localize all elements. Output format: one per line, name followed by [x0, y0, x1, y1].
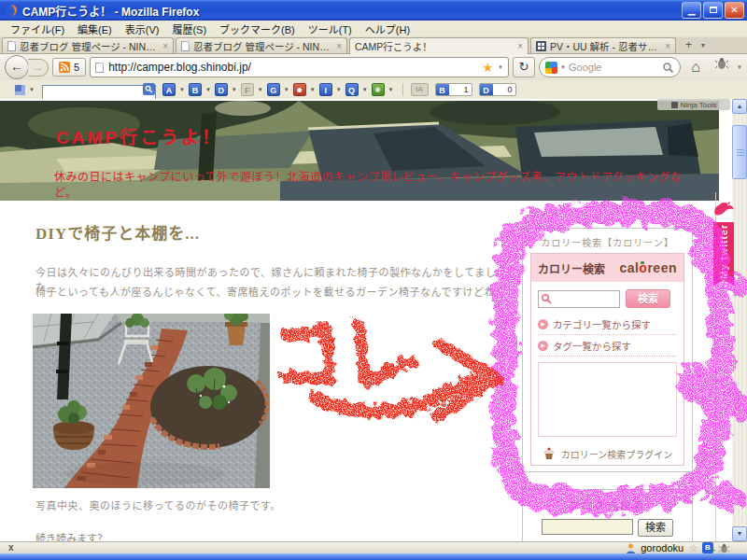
caloreen-logo[interactable]: caloreen: [619, 260, 677, 275]
category-list-link[interactable]: ▶ カテゴリ一覧から探す: [538, 314, 677, 335]
tab-close-icon[interactable]: ×: [336, 41, 342, 51]
rank-button-f[interactable]: F: [241, 83, 254, 96]
post-title[interactable]: DIYで椅子と本棚を...: [35, 220, 200, 244]
dropdown-icon[interactable]: ▼: [310, 87, 316, 92]
rank-button-g[interactable]: G: [267, 83, 280, 96]
toolbar-overflow-icon[interactable]: ▼: [737, 64, 742, 70]
b-plus-badge[interactable]: B: [702, 542, 713, 553]
caloreen-plugin-link[interactable]: カロリーン検索プラグイン: [531, 446, 684, 461]
tab-ninja-admin-2[interactable]: 忍者ブログ 管理ページ - NINJA TOOLS ×: [176, 37, 347, 53]
restore-button[interactable]: [703, 2, 723, 19]
ninja-tools-icon[interactable]: [15, 85, 25, 95]
menu-edit[interactable]: 編集(E): [71, 21, 119, 37]
separator: [402, 83, 403, 96]
tab-ninja-admin-1[interactable]: 忍者ブログ 管理ページ - NINJA TOOLS ×: [2, 37, 174, 53]
menu-tools[interactable]: ツール(T): [302, 21, 359, 37]
rank-button-q[interactable]: Q: [345, 83, 359, 96]
tab-pvuu-analytics[interactable]: PV・UU 解析 - 忍者サイトマスター ×: [530, 37, 676, 53]
menu-bookmarks[interactable]: ブックマーク(B): [213, 21, 302, 37]
reload-button[interactable]: ↻: [513, 57, 535, 77]
search-icon[interactable]: [662, 62, 674, 74]
cupcake-icon: [543, 446, 556, 461]
tab-close-icon[interactable]: ×: [162, 41, 168, 51]
blog-search-button[interactable]: 検索: [638, 519, 673, 537]
blog-search-box: ブログ内検索 検索: [522, 489, 693, 541]
dropdown-icon[interactable]: ▼: [388, 87, 394, 92]
toolbar-search-input[interactable]: [42, 85, 156, 100]
caloreen-search-field[interactable]: [538, 290, 620, 308]
dropdown-icon[interactable]: ▼: [29, 87, 35, 92]
rank-button-d[interactable]: D: [215, 83, 228, 96]
bug-icon[interactable]: [718, 543, 730, 553]
counter-d-button[interactable]: D 0: [479, 83, 516, 96]
rank-button-b[interactable]: B: [189, 83, 202, 96]
counter-ta-button[interactable]: tA: [411, 83, 429, 96]
blog-search-input[interactable]: [542, 519, 633, 535]
scrollbar-thumb[interactable]: [732, 125, 747, 179]
vertical-scrollbar[interactable]: ▲ ▼: [732, 99, 747, 541]
username-label[interactable]: gorodoku: [641, 542, 684, 553]
blog-search-row: 検索: [523, 519, 692, 537]
dropdown-icon[interactable]: ▼: [205, 87, 211, 92]
caloreen-widget: カロリー検索 caloreen 検索 ▶ カテゴリ一覧から探す ▶: [530, 253, 684, 466]
star-outline-icon[interactable]: ☆: [688, 543, 698, 553]
back-button[interactable]: ←: [5, 55, 29, 79]
urlbar-dropdown-icon[interactable]: ▼: [498, 64, 503, 70]
site-identity-icon[interactable]: [95, 63, 104, 73]
scroll-down-button[interactable]: ▼: [732, 526, 747, 541]
counter-b-button[interactable]: B 1: [435, 83, 472, 96]
rss-feed-button[interactable]: 5: [52, 58, 86, 77]
close-button[interactable]: ✕: [725, 2, 744, 19]
twitter-bird-icon: [712, 200, 735, 218]
read-more-link[interactable]: 続き読みます？: [35, 530, 107, 541]
caloreen-search-button[interactable]: 検索: [626, 289, 670, 308]
new-tab-button[interactable]: +: [681, 38, 697, 52]
search-input[interactable]: [569, 62, 659, 73]
toolbar-search-icon[interactable]: [143, 83, 155, 95]
forward-button[interactable]: →: [28, 59, 49, 77]
addon-bar-close-button[interactable]: x: [8, 543, 14, 553]
rank-button-green[interactable]: ❋: [372, 83, 385, 96]
tab-close-icon[interactable]: ×: [665, 41, 670, 51]
toolbar-search-field[interactable]: [42, 82, 156, 97]
search-bar[interactable]: ▼: [539, 57, 681, 77]
bookmark-star-icon[interactable]: ★: [482, 61, 493, 75]
scroll-up-button[interactable]: ▲: [732, 99, 747, 114]
face-button[interactable]: ☻: [293, 83, 306, 96]
tab-bar: 忍者ブログ 管理ページ - NINJA TOOLS × 忍者ブログ 管理ページ …: [0, 37, 747, 54]
dropdown-icon[interactable]: ▼: [232, 87, 237, 92]
rank-button-a[interactable]: A: [162, 83, 176, 96]
address-bar[interactable]: ★ ▼: [90, 57, 509, 77]
blog-title[interactable]: CAMP行こうよ！: [56, 123, 222, 148]
minimize-button[interactable]: ▁: [682, 2, 701, 19]
ninja-tools-badge[interactable]: Ninja Tools: [657, 99, 730, 110]
tab-camp-blog-active[interactable]: CAMP行こうよ！ ×: [349, 37, 529, 54]
tab-close-icon[interactable]: ×: [517, 41, 523, 51]
menu-view[interactable]: 表示(V): [119, 21, 166, 37]
dropdown-icon[interactable]: ▼: [258, 87, 263, 92]
menu-history[interactable]: 履歴(S): [165, 21, 213, 37]
home-button[interactable]: ⌂: [684, 57, 707, 77]
menu-help[interactable]: ヘルプ(H): [359, 21, 416, 37]
dropdown-icon[interactable]: ▼: [336, 87, 342, 92]
search-icon: [541, 293, 553, 305]
calorie-search-box: カロリー検索【カロリーン】 カロリー検索 caloreen 検索 ▶ カテゴリ一…: [522, 228, 693, 472]
dropdown-icon[interactable]: ▼: [362, 87, 368, 92]
menu-file[interactable]: ファイル(F): [4, 21, 71, 37]
rank-button-i[interactable]: I: [319, 83, 332, 96]
firebug-button[interactable]: [711, 57, 733, 77]
my-twitter-label: My twitter: [713, 222, 734, 280]
tag-list-link[interactable]: ▶ タグ一覧から探す: [538, 335, 677, 357]
url-input[interactable]: [108, 61, 477, 74]
google-icon[interactable]: [545, 62, 557, 74]
tab-list-dropdown-icon[interactable]: ▼: [698, 38, 709, 52]
menubar: ファイル(F) 編集(E) 表示(V) 履歴(S) ブックマーク(B) ツール(…: [0, 21, 747, 37]
page-icon: [7, 41, 16, 51]
search-engine-dropdown-icon[interactable]: ▼: [560, 64, 566, 70]
user-icon: [626, 543, 636, 553]
dropdown-icon[interactable]: ▼: [179, 87, 185, 92]
browser-viewport: CAMP行こうよ！ 休みの日にはキャンプにいって外で遊ぼう！北海道のキャンプ場レ…: [0, 99, 747, 541]
dropdown-icon[interactable]: ▼: [284, 87, 289, 92]
my-twitter-ribbon[interactable]: My twitter: [712, 200, 735, 286]
arrow-bullet-icon: ▶: [538, 341, 548, 351]
